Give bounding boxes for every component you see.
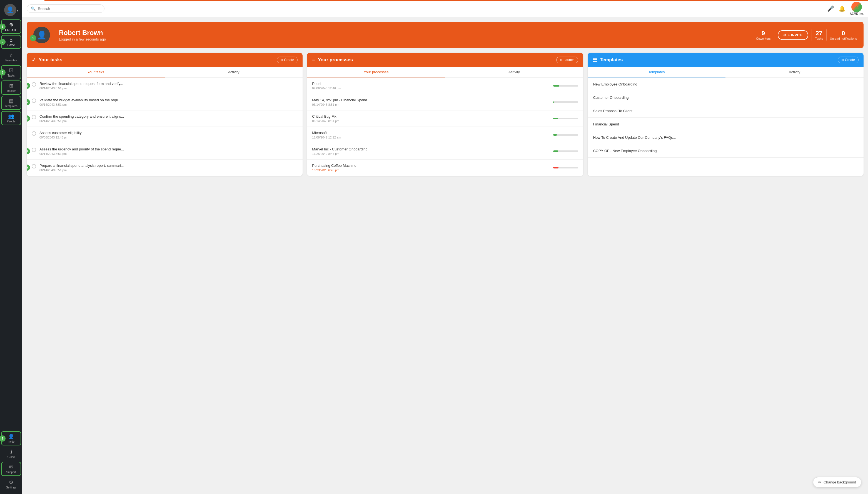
- list-item[interactable]: COPY OF - New Employee Onboarding: [587, 144, 864, 158]
- sidebar-item-guide[interactable]: ℹ Guide: [1, 446, 21, 461]
- templates-icon: ▤: [9, 98, 14, 104]
- pencil-icon: ✏: [818, 480, 821, 484]
- list-item[interactable]: Microsoft 12/09/2042 12:12 am: [307, 127, 583, 143]
- template-title-4: Financial Spend: [593, 122, 619, 126]
- list-item[interactable]: How To Create And Update Our Company's F…: [587, 131, 864, 144]
- unread-stat: 0 Unread notifications: [830, 30, 857, 40]
- progress-bar-3: [553, 118, 578, 119]
- sidebar-item-people[interactable]: 👥 People: [1, 111, 21, 125]
- list-item[interactable]: Pepsi 09/06/2043 12:46 pm: [307, 78, 583, 94]
- company-logo-icon: [851, 2, 862, 12]
- task-date-3: 06/14/2043 8:51 pm: [39, 119, 297, 123]
- task-content-5: Assess the urgency and priority of the s…: [39, 147, 297, 155]
- progress-fill-3: [553, 118, 558, 119]
- task-radio-5[interactable]: [32, 148, 36, 152]
- badge-2: 2: [0, 39, 5, 45]
- unread-label: Unread notifications: [830, 37, 857, 40]
- progress-fill-1: [553, 85, 560, 87]
- list-item[interactable]: New Employee Onboarding: [587, 78, 864, 91]
- templates-create-label: ⊕ Create: [841, 58, 855, 62]
- stat-divider-2: [812, 30, 812, 40]
- task-date-2: 06/14/2043 8:51 pm: [39, 103, 297, 106]
- list-item[interactable]: Purchasing Coffee Machine 10/23/2023 6:2…: [307, 159, 583, 176]
- process-date-3: 06/14/2043 8:51 pm: [312, 119, 549, 123]
- task-title-1: Review the financial spend request form …: [39, 81, 297, 86]
- company-logo[interactable]: ACME inc.: [850, 2, 864, 15]
- table-row[interactable]: Assess customer eligibility 09/06/2043 1…: [27, 127, 303, 143]
- tasks-count: 27: [815, 30, 823, 37]
- processes-launch-button[interactable]: ⊕ Launch: [556, 57, 578, 63]
- tab-tasks-activity[interactable]: Activity: [165, 67, 303, 77]
- table-row[interactable]: 8 Assess the urgency and priority of the…: [27, 143, 303, 159]
- sidebar-templates-label: Templates: [5, 104, 18, 108]
- sidebar-support-label: Support: [6, 471, 16, 474]
- tab-templates-activity[interactable]: Activity: [725, 67, 864, 77]
- templates-header-icon: ☰: [593, 57, 597, 63]
- microphone-icon[interactable]: 🎤: [827, 5, 834, 12]
- tab-templates[interactable]: Templates: [587, 67, 726, 77]
- avatar[interactable]: 👤: [4, 4, 16, 16]
- progress-bar-2: [553, 101, 578, 103]
- search-box[interactable]: 🔍: [27, 4, 105, 13]
- badge-9: 9: [27, 165, 30, 171]
- sidebar-item-templates[interactable]: ▤ Templates: [1, 96, 21, 110]
- list-item[interactable]: Marvel Inc - Customer Onboarding 11/25/2…: [307, 143, 583, 159]
- badge-banner-1: 1: [30, 35, 36, 41]
- table-row[interactable]: 9 Prepare a financial spend analysis rep…: [27, 159, 303, 176]
- badge-3: 3: [0, 69, 5, 75]
- task-title-3: Confirm the spending category and ensure…: [39, 114, 297, 118]
- progress-bar-6: [553, 167, 578, 169]
- bell-icon[interactable]: 🔔: [838, 5, 846, 12]
- list-item[interactable]: May 14, 9:51pm - Financial Spend 06/14/2…: [307, 94, 583, 111]
- invite-icon: 👤: [8, 434, 14, 440]
- sidebar-item-tracker[interactable]: ⊞ Tracker: [1, 80, 21, 95]
- invite-button[interactable]: ⊕ + INVITE: [778, 30, 808, 40]
- sidebar-settings-label: Settings: [6, 486, 16, 489]
- search-input[interactable]: [38, 6, 100, 11]
- list-item[interactable]: Critical Bug Fix 06/14/2043 8:51 pm: [307, 111, 583, 127]
- tracker-icon: ⊞: [9, 83, 13, 89]
- user-avatar-wrapper[interactable]: 👤 ▾: [0, 2, 22, 19]
- tab-your-tasks[interactable]: Your tasks: [27, 67, 165, 77]
- sidebar-item-favorites[interactable]: ☆ Favorites: [1, 50, 21, 64]
- tasks-create-button[interactable]: ⊕ Create: [277, 57, 297, 63]
- task-radio-6[interactable]: [32, 164, 36, 169]
- topbar-icons: 🎤 🔔 ACME inc.: [827, 2, 864, 15]
- invite-plus-icon: ⊕: [783, 33, 786, 37]
- sidebar-item-settings[interactable]: ⚙ Settings: [1, 477, 21, 491]
- process-date-5: 11/25/2042 8:44 pm: [312, 152, 549, 155]
- progress-bar-4: [553, 134, 578, 136]
- task-radio-2[interactable]: [32, 98, 36, 103]
- table-row[interactable]: 4 Review the financial spend request for…: [27, 78, 303, 94]
- badge-6: 6: [27, 115, 30, 121]
- table-row[interactable]: 6 Confirm the spending category and ensu…: [27, 111, 303, 127]
- list-item[interactable]: Financial Spend: [587, 118, 864, 131]
- change-background-button[interactable]: ✏ Change background: [813, 477, 861, 487]
- sidebar-item-tasks[interactable]: 3 ☑ Tasks: [1, 65, 21, 79]
- change-bg-label: Change background: [824, 480, 856, 484]
- task-radio-1[interactable]: [32, 82, 36, 87]
- task-radio-3[interactable]: [32, 115, 36, 119]
- list-item[interactable]: Sales Proposal To Client: [587, 104, 864, 118]
- badge-5: 5: [27, 99, 30, 105]
- task-date-6: 06/14/2043 8:51 pm: [39, 169, 297, 172]
- sidebar-item-invite[interactable]: 7 👤 Invite: [1, 431, 21, 445]
- templates-body: New Employee Onboarding Customer Onboard…: [587, 78, 864, 158]
- templates-create-button[interactable]: ⊕ Create: [838, 57, 858, 63]
- sidebar-item-home[interactable]: 2 ⌂ Home: [1, 35, 21, 49]
- tab-processes-activity[interactable]: Activity: [445, 67, 583, 77]
- guide-icon: ℹ: [10, 449, 12, 455]
- coworkers-stat: 9 Coworkers: [756, 30, 771, 40]
- tasks-column-title: Your tasks: [39, 57, 62, 63]
- progress-bar-1: [553, 85, 578, 87]
- sidebar-item-create[interactable]: 1 ⊕ CREATE: [1, 19, 21, 34]
- task-radio-4[interactable]: [32, 131, 36, 136]
- badge-4: 4: [27, 83, 30, 89]
- list-item[interactable]: Customer Onboarding: [587, 91, 864, 104]
- sidebar-item-support[interactable]: ✉ Support: [1, 462, 21, 476]
- process-content-1: Pepsi 09/06/2043 12:46 pm: [312, 81, 549, 90]
- table-row[interactable]: 5 Validate the budget availability based…: [27, 94, 303, 111]
- badge-8: 8: [27, 148, 30, 154]
- task-title-6: Prepare a financial spend analysis repor…: [39, 164, 297, 168]
- tab-your-processes[interactable]: Your processes: [307, 67, 445, 77]
